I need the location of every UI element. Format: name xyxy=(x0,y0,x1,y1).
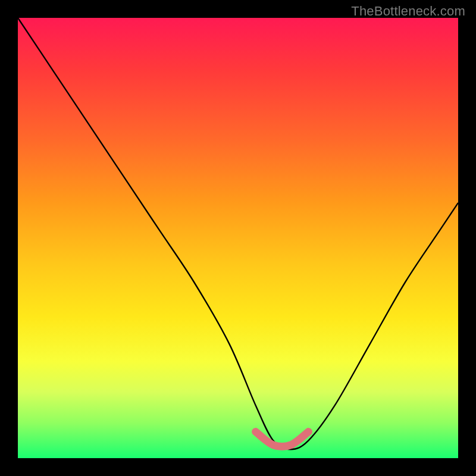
bottleneck-curve xyxy=(18,18,458,449)
plot-area xyxy=(18,18,458,458)
sweet-spot-highlight xyxy=(256,432,309,447)
curve-layer xyxy=(18,18,458,458)
chart-frame: TheBottleneck.com xyxy=(0,0,476,476)
watermark-text: TheBottleneck.com xyxy=(351,4,465,19)
